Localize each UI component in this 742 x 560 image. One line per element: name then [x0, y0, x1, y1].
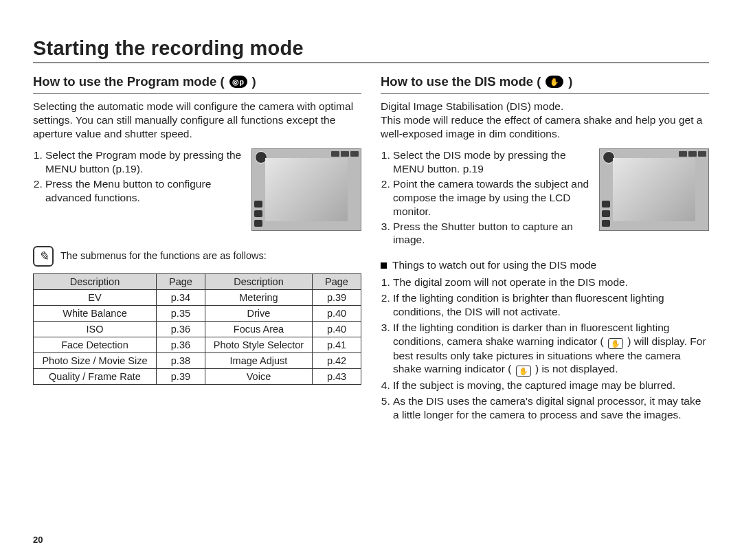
table-row: EV p.34 Metering p.39 — [34, 290, 361, 306]
dis-step-1: Select the DIS mode by pressing the MENU… — [393, 148, 592, 176]
dis-mode-heading: How to use the DIS mode ( ✋ ) — [381, 74, 709, 89]
table-header-row: Description Page Description Page — [34, 274, 361, 290]
shake-warning-icon: ✋ — [608, 338, 623, 349]
dis-watch-4: If the subject is moving, the captured i… — [393, 379, 709, 392]
submenu-table: Description Page Description Page EV p.3… — [33, 273, 361, 385]
dis-watch-list: The digital zoom will not operate in the… — [381, 276, 709, 422]
dis-mode-heading-close: ) — [568, 74, 572, 89]
program-lcd-preview — [251, 148, 361, 231]
dis-sub-rule — [381, 93, 709, 94]
program-mode-heading-close: ) — [252, 74, 256, 89]
dis-watch-1: The digital zoom will not operate in the… — [393, 276, 709, 289]
table-row: ISO p.36 Focus Area p.40 — [34, 322, 361, 337]
program-mode-heading: How to use the Program mode ( ◎p ) — [33, 74, 361, 89]
th-page-1: Page — [156, 274, 205, 290]
bullet-square-icon — [381, 262, 387, 269]
table-row: Quality / Frame Rate p.39 Voice p.43 — [34, 369, 361, 385]
dis-step-2: Point the camera towards the subject and… — [393, 177, 592, 218]
th-desc-2: Description — [205, 274, 312, 290]
program-steps: Select the Program mode by pressing the … — [33, 148, 245, 205]
dis-steps: Select the DIS mode by pressing the MENU… — [381, 148, 592, 248]
right-column: How to use the DIS mode ( ✋ ) Digital Im… — [381, 74, 709, 424]
dis-mode-heading-text: How to use the DIS mode ( — [381, 74, 541, 89]
program-step-1: Select the Program mode by pressing the … — [45, 148, 245, 176]
page-title: Starting the recording mode — [33, 37, 709, 60]
program-step-2: Press the Menu button to configure advan… — [45, 177, 245, 205]
program-sub-rule — [33, 93, 361, 94]
dis-watch-title: Things to watch out for using the DIS mo… — [392, 259, 596, 271]
title-rule — [33, 63, 709, 63]
program-mode-icon: ◎p — [229, 76, 247, 88]
left-column: How to use the Program mode ( ◎p ) Selec… — [33, 74, 361, 424]
page-number: 20 — [33, 535, 43, 545]
table-row: Face Detection p.36 Photo Style Selector… — [34, 337, 361, 353]
dis-watch-3: If the lighting condition is darker than… — [393, 321, 709, 377]
th-desc-1: Description — [34, 274, 157, 290]
note-caption: The submenus for the functions are as fo… — [60, 247, 267, 261]
dis-watch-5: As the DIS uses the camera's digital sig… — [393, 394, 709, 422]
dis-intro-1: Digital Image Stabilisation (DIS) mode. — [381, 100, 709, 113]
table-row: White Balance p.35 Drive p.40 — [34, 306, 361, 322]
note-icon: ✎ — [33, 246, 54, 267]
dis-lcd-preview — [599, 148, 709, 231]
th-page-2: Page — [313, 274, 361, 290]
table-row: Photo Size / Movie Size p.38 Image Adjus… — [34, 353, 361, 369]
dis-watch-2: If the lighting condition is brighter th… — [393, 291, 709, 319]
program-intro: Selecting the automatic mode will config… — [33, 100, 361, 140]
dis-step-3: Press the Shutter button to capture an i… — [393, 220, 592, 247]
program-mode-heading-text: How to use the Program mode ( — [33, 74, 225, 89]
shake-warning-icon: ✋ — [516, 366, 531, 377]
dis-intro-2: This mode will reduce the effect of came… — [381, 113, 709, 141]
dis-mode-icon: ✋ — [546, 76, 563, 88]
